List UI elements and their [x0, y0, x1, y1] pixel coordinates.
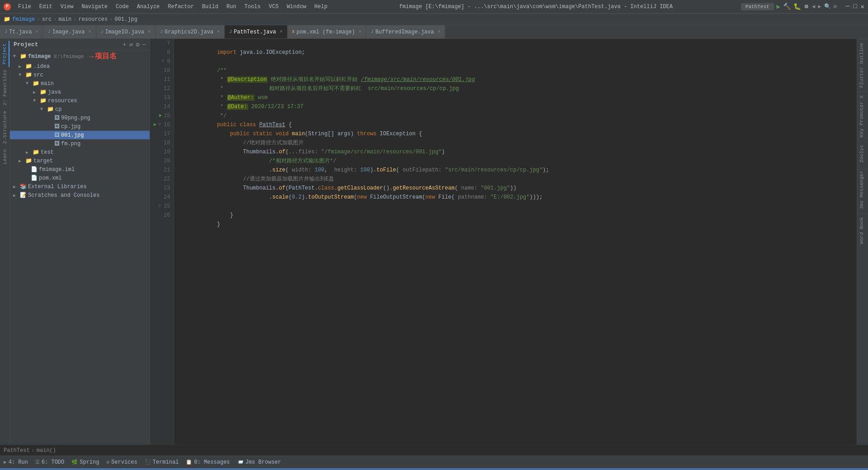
menu-analyze[interactable]: Analyze: [133, 3, 163, 11]
tree-target[interactable]: ▶ 📁 target: [10, 157, 150, 165]
terminal-tool[interactable]: ⬛ Terminal: [145, 459, 179, 465]
tab-bufferedimage-java[interactable]: J BufferedImage.java ×: [366, 25, 445, 39]
menu-view[interactable]: View: [57, 3, 77, 11]
tab-graphics2d-java[interactable]: J Graphics2D.java ×: [156, 25, 225, 39]
breadcrumb-bottom-method[interactable]: main(): [37, 447, 56, 454]
breadcrumb-bottom-class[interactable]: PathTest: [4, 447, 30, 454]
jms-messenger-panel[interactable]: Jms Messenger: [857, 166, 868, 213]
tree-fmpng-label: fm.png: [61, 141, 80, 147]
spring-tool[interactable]: 🌿 Spring: [71, 459, 99, 465]
flutter-outline-panel[interactable]: Flutter Outline: [857, 39, 868, 91]
menu-code[interactable]: Code: [112, 3, 132, 11]
favorites-tab[interactable]: 2: Favorites: [1, 67, 9, 108]
tree-cp[interactable]: ▼ 📁 cp: [10, 105, 150, 114]
tab-close-imageio[interactable]: ×: [148, 29, 151, 34]
tab-close-pom[interactable]: ×: [359, 29, 361, 34]
menu-window[interactable]: Window: [283, 3, 310, 11]
tab-pom-xml[interactable]: X pom.xml (fm-image) ×: [288, 25, 367, 39]
tree-pom[interactable]: ▶ 📄 pom.xml: [10, 174, 150, 182]
fold-icon-16[interactable]: ▽: [158, 120, 161, 129]
run-config[interactable]: PathTest: [741, 3, 774, 10]
run-button[interactable]: ▶: [777, 3, 780, 10]
tab-imageio-java[interactable]: J ImageIO.java ×: [96, 25, 156, 39]
menu-edit[interactable]: Edit: [36, 3, 56, 11]
tree-iml[interactable]: ▶ 📄 fmimage.iml: [10, 165, 150, 174]
word-book-panel[interactable]: Word Book: [857, 213, 868, 247]
minimize-button[interactable]: ─: [846, 3, 849, 10]
nav-back-button[interactable]: ◀: [812, 3, 815, 10]
breadcrumb-file[interactable]: 001.jpg: [114, 16, 137, 23]
menu-run[interactable]: Run: [223, 3, 240, 11]
jms-tool-label: Jms Browser: [245, 459, 281, 465]
debug-button[interactable]: 🐛: [793, 3, 801, 10]
messages-tool[interactable]: 📋 0: Messages: [186, 459, 230, 465]
maximize-button[interactable]: □: [853, 3, 857, 10]
zoolyc-panel[interactable]: Zoolyc: [857, 141, 868, 166]
run-icon-16[interactable]: ▶: [154, 120, 156, 129]
scratch-icon: 📝: [20, 192, 27, 199]
terminal-tool-icon: ⬛: [145, 459, 151, 465]
tree-fmpng[interactable]: ▶ 🖼 fm.png: [10, 139, 150, 148]
breadcrumb-src[interactable]: src: [42, 16, 52, 23]
fold-icon-9[interactable]: ▽: [161, 57, 164, 66]
tab-close-graphics2d[interactable]: ×: [217, 29, 220, 34]
todo-tool-label: 6: TODO: [42, 459, 64, 465]
sync-icon[interactable]: ⇄: [129, 41, 133, 48]
tree-src[interactable]: ▼ 📁 src: [10, 71, 150, 79]
tree-root[interactable]: ▼ 📁 fmimage E:\fmimage → 项目名: [10, 51, 150, 62]
tab-pathtest-java[interactable]: J PathTest.java ×: [225, 25, 288, 39]
close-button[interactable]: ✕: [861, 3, 864, 10]
tree-001jpg[interactable]: ▶ 🖼 001.jpg: [10, 131, 150, 139]
settings-button[interactable]: ⚙: [834, 3, 837, 10]
jms-tool[interactable]: 📨 Jms Browser: [237, 459, 281, 465]
todo-tool[interactable]: ☰ 6: TODO: [35, 459, 64, 465]
tab-image-java[interactable]: J Image.java ×: [43, 25, 96, 39]
nav-forward-button[interactable]: ▶: [818, 3, 821, 10]
tree-001jpg-label: 001.jpg: [61, 132, 84, 138]
tree-main[interactable]: ▼ 📁 main: [10, 79, 150, 88]
breadcrumb-fmimage[interactable]: fmimage: [12, 16, 35, 23]
menu-file[interactable]: File: [14, 3, 35, 11]
run-tool[interactable]: ▶ 4: Run: [4, 459, 28, 465]
tree-90png[interactable]: ▶ 🖼 90png.png: [10, 114, 150, 122]
project-tab[interactable]: Project: [0, 41, 9, 67]
menu-refactor[interactable]: Refactor: [164, 3, 198, 11]
menu-help[interactable]: Help: [311, 3, 331, 11]
run-icon-15[interactable]: ▶: [159, 111, 162, 120]
tree-java[interactable]: ▶ 📁 java: [10, 88, 150, 96]
tab-close-tt[interactable]: ×: [35, 29, 38, 34]
fold-icon-25[interactable]: ▽: [158, 202, 161, 211]
menu-bar[interactable]: File Edit View Navigate Code Analyze Ref…: [14, 3, 331, 11]
tab-close-bufferedimage[interactable]: ×: [438, 29, 440, 34]
settings-icon[interactable]: ⚙: [136, 41, 139, 48]
tab-close-image[interactable]: ×: [88, 29, 91, 34]
messages-tool-label: 0: Messages: [194, 459, 230, 465]
code-content[interactable]: import java.io.IOException; /** * @Descr…: [174, 39, 857, 445]
window-controls[interactable]: ─ □ ✕: [846, 3, 864, 10]
tree-external-libraries[interactable]: ▶ 📚 External Libraries: [10, 182, 150, 191]
menu-tools[interactable]: Tools: [241, 3, 264, 11]
code-editor[interactable]: 7 8 ▽ 9 10 11 12 13 14 ▶ 15: [150, 39, 857, 445]
tree-resources[interactable]: ▼ 📁 resources: [10, 96, 150, 105]
add-icon[interactable]: +: [123, 41, 126, 48]
build-button[interactable]: 🔨: [783, 3, 791, 10]
tree-scratches[interactable]: ▶ 📝 Scratches and Consoles: [10, 191, 150, 199]
structure-tab[interactable]: Z-Structure: [1, 108, 9, 147]
search-button[interactable]: 🔍: [824, 3, 831, 10]
breadcrumb-main[interactable]: main: [58, 16, 71, 23]
tree-cpjpg[interactable]: ▶ 🖼 cp.jpg: [10, 122, 150, 131]
services-tool[interactable]: ⚙ Services: [106, 459, 137, 465]
tree-test[interactable]: ▶ 📁 test: [10, 148, 150, 157]
menu-vcs[interactable]: VCS: [265, 3, 283, 11]
tree-idea[interactable]: ▶ 📁 .idea: [10, 62, 150, 71]
menu-build[interactable]: Build: [198, 3, 222, 11]
learn-tab[interactable]: Learn: [1, 147, 9, 167]
app-icon: P: [4, 3, 11, 10]
breadcrumb-resources[interactable]: resources: [78, 16, 108, 23]
key-promoter-panel[interactable]: Key Promoter X: [857, 91, 868, 141]
stop-button[interactable]: ⏹: [804, 3, 809, 10]
tab-close-pathtest[interactable]: ×: [280, 29, 283, 34]
minimize-icon[interactable]: ─: [142, 41, 146, 48]
menu-navigate[interactable]: Navigate: [78, 3, 111, 11]
tab-tt-java[interactable]: J Tt.java ×: [0, 25, 43, 39]
